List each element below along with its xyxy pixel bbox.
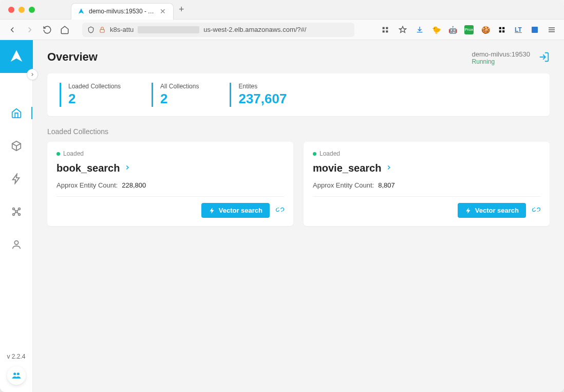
- extension-icon-6[interactable]: [530, 25, 539, 34]
- stat-entities: Entites 237,607: [230, 83, 287, 107]
- release-button[interactable]: [532, 206, 540, 216]
- stat-label: All Collections: [160, 83, 199, 90]
- url-host-prefix: k8s-attu: [110, 26, 134, 33]
- extension-icon-3[interactable]: 🍪: [481, 25, 490, 34]
- bolt-icon: [11, 173, 22, 184]
- people-icon: [11, 370, 22, 381]
- connection-host: demo-milvus:19530: [472, 50, 530, 58]
- traffic-lights: [8, 7, 35, 13]
- download-icon[interactable]: [415, 25, 424, 34]
- connection-status: Running: [472, 58, 495, 65]
- release-button[interactable]: [276, 206, 284, 216]
- extension-icon-proxy[interactable]: Prox: [464, 25, 474, 34]
- lock-icon: [99, 26, 106, 33]
- collection-card: Loaded movie_search Approx Entity Count:…: [304, 142, 550, 226]
- svg-point-18: [14, 241, 18, 245]
- logout-button[interactable]: [538, 51, 550, 65]
- bolt-icon: [465, 207, 472, 214]
- logout-icon: [538, 51, 550, 63]
- community-button[interactable]: [7, 366, 26, 385]
- browser-window: demo-milvus:19530 - Attu ✕ + k8s-attu us…: [0, 0, 564, 392]
- browser-tabs: demo-milvus:19530 - Attu ✕ +: [71, 0, 184, 19]
- nav-back-button[interactable]: [7, 25, 17, 35]
- attu-logo-icon: [9, 49, 24, 64]
- reload-button[interactable]: [42, 25, 52, 35]
- svg-point-13: [12, 208, 14, 210]
- svg-rect-4: [386, 30, 388, 32]
- svg-point-19: [13, 372, 16, 375]
- stat-label: Entites: [238, 83, 287, 90]
- tab-close-icon[interactable]: ✕: [159, 7, 167, 16]
- unlink-icon: [276, 206, 284, 214]
- window-maximize-button[interactable]: [29, 7, 35, 13]
- count-value: 228,800: [122, 181, 146, 189]
- reader-icon[interactable]: [380, 25, 390, 35]
- collection-cards: Loaded book_search Approx Entity Count: …: [47, 142, 550, 226]
- card-actions: Vector search: [313, 203, 540, 218]
- toolbar-right: 🐤 🤖 Prox 🍪 LT: [380, 25, 557, 35]
- status-row: Loaded: [57, 150, 284, 157]
- home-button[interactable]: [60, 25, 70, 35]
- count-label: Approx Entity Count:: [57, 181, 118, 189]
- extension-icon-2[interactable]: 🤖: [448, 25, 457, 34]
- window-close-button[interactable]: [8, 7, 14, 13]
- collection-link[interactable]: movie_search: [313, 162, 540, 174]
- collection-link[interactable]: book_search: [57, 162, 284, 174]
- svg-point-16: [18, 214, 20, 216]
- count-value: 8,807: [378, 181, 395, 189]
- vector-search-button[interactable]: Vector search: [458, 203, 526, 218]
- user-icon: [11, 239, 22, 250]
- url-bar[interactable]: k8s-attu us-west-2.elb.amazonaws.com/?#/: [82, 23, 354, 37]
- tab-title: demo-milvus:19530 - Attu: [89, 8, 155, 15]
- svg-rect-1: [383, 27, 385, 29]
- svg-rect-5: [499, 27, 501, 29]
- app-logo[interactable]: [0, 40, 33, 73]
- page-title: Overview: [47, 50, 98, 64]
- nav-system[interactable]: [0, 202, 32, 221]
- menu-button[interactable]: [547, 25, 557, 35]
- collection-name: book_search: [57, 162, 120, 174]
- stat-all-collections: All Collections 2: [152, 83, 199, 107]
- main-content: Overview demo-milvus:19530 Running Loade…: [33, 40, 564, 392]
- button-label: Vector search: [219, 207, 262, 214]
- attu-favicon-icon: [78, 8, 85, 15]
- extension-icon-1[interactable]: 🐤: [431, 25, 441, 34]
- svg-point-14: [18, 208, 20, 210]
- collection-name: movie_search: [313, 162, 381, 174]
- vector-search-button[interactable]: Vector search: [201, 203, 270, 218]
- count-label: Approx Entity Count:: [313, 181, 374, 189]
- window-minimize-button[interactable]: [18, 7, 25, 13]
- stat-label: Loaded Collections: [68, 83, 121, 90]
- stat-value: 237,607: [238, 91, 287, 107]
- status-dot-icon: [313, 152, 316, 156]
- stats-panel: Loaded Collections 2 All Collections 2 E…: [47, 73, 550, 116]
- nav-collections[interactable]: [0, 137, 32, 155]
- svg-rect-3: [383, 30, 385, 32]
- svg-point-17: [15, 211, 17, 213]
- status-text: Loaded: [63, 150, 84, 157]
- nav-forward-button[interactable]: [25, 25, 35, 35]
- nav-overview[interactable]: [0, 104, 32, 122]
- nav-users[interactable]: [0, 235, 32, 254]
- status-row: Loaded: [313, 150, 540, 157]
- svg-rect-0: [100, 29, 104, 32]
- app-content: v 2.2.4 Overview demo-milvus:19530 Runni…: [0, 40, 564, 392]
- stat-value: 2: [68, 91, 121, 107]
- browser-tab[interactable]: demo-milvus:19530 - Attu ✕: [71, 3, 174, 20]
- stat-loaded-collections: Loaded Collections 2: [60, 83, 121, 107]
- chevron-right-icon: [124, 164, 131, 173]
- extension-icon-4[interactable]: [497, 25, 506, 34]
- sidebar: v 2.2.4: [0, 40, 33, 392]
- extension-icon-5[interactable]: LT: [514, 25, 523, 34]
- sidebar-nav: [0, 104, 32, 254]
- browser-toolbar: k8s-attu us-west-2.elb.amazonaws.com/?#/…: [0, 20, 564, 40]
- new-tab-button[interactable]: +: [179, 4, 184, 15]
- chevron-right-icon: [385, 164, 392, 173]
- cube-icon: [11, 140, 22, 152]
- bookmark-icon[interactable]: [398, 25, 408, 35]
- sidebar-collapse-button[interactable]: [27, 69, 38, 80]
- svg-rect-8: [502, 30, 504, 32]
- sidebar-footer: v 2.2.4: [7, 353, 25, 392]
- button-label: Vector search: [475, 207, 519, 214]
- nav-search[interactable]: [0, 170, 32, 188]
